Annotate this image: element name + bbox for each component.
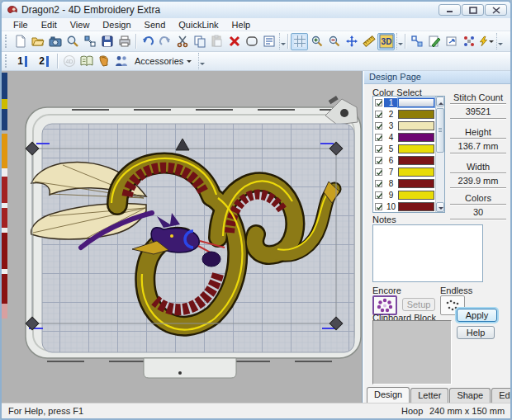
setup-button[interactable]: Setup [402,298,435,311]
pan-icon[interactable] [343,33,360,50]
delete-icon[interactable] [225,33,243,50]
color-row[interactable]: 7 [373,166,444,177]
color-palette-strip[interactable] [2,73,7,319]
reference-book-icon[interactable] [78,53,95,70]
work-area[interactable] [2,71,363,403]
color-swatch[interactable] [398,98,434,107]
color-checkbox[interactable] [375,111,382,118]
color-list-scrollbar[interactable] [435,97,444,212]
color-swatch[interactable] [398,144,434,153]
color-swatch[interactable] [398,179,434,188]
open-icon[interactable] [29,33,46,50]
people-icon[interactable] [112,53,130,70]
cut-icon[interactable] [173,33,191,50]
grid-icon[interactable] [291,33,308,50]
color-checkbox[interactable] [375,145,382,153]
menu-item-file[interactable]: File [7,19,35,31]
menu-item-send[interactable]: Send [138,19,173,31]
undo-icon[interactable] [139,33,156,50]
color-row[interactable]: 10 [373,201,444,212]
color-row[interactable]: 9 [373,189,444,201]
color-number: 2 [384,110,398,119]
color-swatch[interactable] [398,202,434,211]
tab-letter[interactable]: Letter [410,388,448,403]
color-checkbox[interactable] [375,203,382,210]
color-row[interactable]: 3 [373,120,444,131]
copy-icon[interactable] [191,33,208,50]
tab-design[interactable]: Design [367,387,410,403]
color-swatch[interactable] [398,121,434,130]
tab-edit[interactable]: Edit [491,388,512,403]
color-checkbox[interactable] [375,122,382,130]
close-button[interactable] [485,4,507,16]
block-select-icon[interactable] [408,33,425,50]
color-select-list[interactable]: 1 2 3 4 [372,96,445,213]
color-swatch[interactable] [398,110,434,119]
minimize-button[interactable] [439,4,461,16]
notes-field[interactable] [372,224,483,282]
zoom-out-icon[interactable] [325,33,343,50]
color-checkbox[interactable] [375,191,382,199]
wizard-icon[interactable] [477,33,495,50]
color-row[interactable]: 8 [373,177,444,189]
toolbar-grip[interactable] [5,35,9,48]
menu-item-view[interactable]: View [64,19,97,31]
new-icon[interactable] [12,33,29,50]
toolbar-overflow[interactable] [496,33,502,50]
paste-icon[interactable] [208,33,225,50]
toolbar-overflow[interactable] [279,33,285,50]
color-swatch[interactable] [398,191,434,200]
stat-label: Stitch Count [450,92,506,103]
view-magnifier-icon[interactable] [64,33,81,50]
save-icon[interactable] [98,33,116,50]
stitch-marker-2[interactable]: 2 [33,53,55,70]
color-resequence-icon[interactable] [460,33,477,50]
edit-design-icon[interactable] [425,33,443,50]
redo-icon[interactable] [156,33,173,50]
color-checkbox[interactable] [375,99,382,106]
modify-block-icon[interactable] [443,33,460,50]
zoom-in-icon[interactable] [308,33,325,50]
measure-icon[interactable] [360,33,377,50]
color-swatch[interactable] [398,168,434,177]
3d-view-icon[interactable]: 3D [377,33,395,50]
color-row[interactable]: 5 [373,143,444,154]
color-swatch[interactable] [398,133,434,142]
select-box-icon[interactable] [243,33,260,50]
color-row[interactable]: 1 [373,97,444,108]
color-checkbox[interactable] [375,134,382,141]
color-row[interactable]: 4 [373,131,444,143]
apply-button[interactable]: Apply [457,309,497,322]
color-number: 1 [384,98,398,107]
accessories-button[interactable]: Accessories [130,54,197,68]
menu-item-help[interactable]: Help [225,19,258,31]
design-canvas[interactable] [2,71,363,403]
maximize-button[interactable] [462,4,484,16]
4d-logo-disabled[interactable]: 4D [60,53,78,70]
color-checkbox[interactable] [375,180,382,187]
print-icon[interactable] [116,33,133,50]
color-row[interactable]: 2 [373,108,444,120]
toolbar-grip[interactable] [5,54,9,68]
stitch-marker-1[interactable]: 1 [12,53,33,70]
color-checkbox[interactable] [375,157,382,164]
help-button[interactable]: Help [457,326,495,339]
tab-shape[interactable]: Shape [449,388,491,403]
design-notes-icon[interactable] [260,33,277,50]
toolbar-separator [57,54,58,68]
glove-icon[interactable] [95,53,112,70]
menu-item-quicklink[interactable]: QuickLink [172,19,225,31]
color-checkbox[interactable] [375,168,382,176]
menu-item-design[interactable]: Design [96,19,137,31]
scroll-up-button[interactable] [436,97,444,106]
color-row[interactable]: 6 [373,154,444,166]
title-bar[interactable]: Dragon2 - 4D Embroidery Extra [2,2,510,18]
toolbar-overflow[interactable] [396,33,402,50]
insert-picture-icon[interactable] [46,33,64,50]
toolbar-overflow[interactable] [198,53,204,69]
transfer-icon[interactable] [81,33,98,50]
menu-item-edit[interactable]: Edit [35,19,64,31]
color-swatch[interactable] [398,156,434,165]
scroll-thumb[interactable] [436,108,444,153]
scroll-down-button[interactable] [436,202,444,212]
